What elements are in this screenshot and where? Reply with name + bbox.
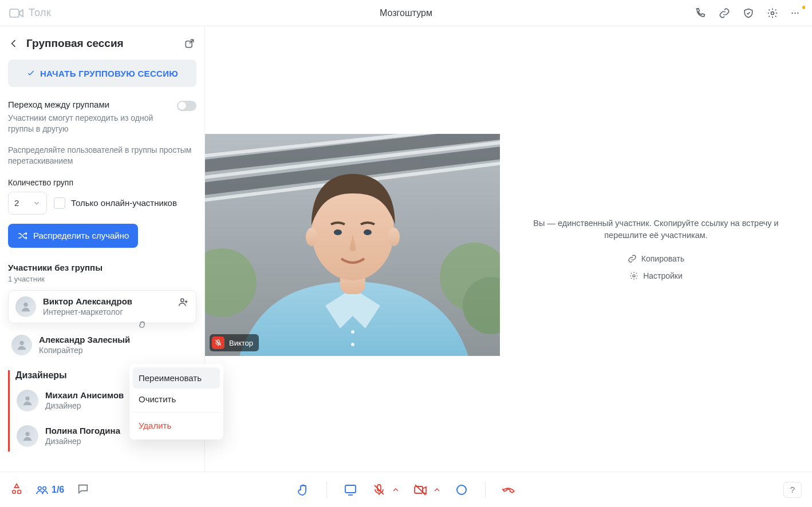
- notification-dot: [802, 6, 805, 9]
- popout-icon[interactable]: [183, 37, 196, 50]
- copy-link-label: Копировать: [641, 254, 684, 263]
- start-session-button[interactable]: НАЧАТЬ ГРУППОВУЮ СЕССИЮ: [8, 60, 196, 87]
- svg-point-30: [351, 343, 354, 346]
- camera-cluster: [412, 481, 442, 498]
- bottom-left: 1/6: [10, 482, 89, 497]
- mic-button[interactable]: [370, 481, 388, 498]
- only-online-label: Только онлайн-участников: [71, 198, 177, 208]
- participant-name-pill: Виктор: [210, 334, 259, 351]
- phone-icon[interactable]: [694, 7, 707, 19]
- back-icon[interactable]: [8, 38, 19, 49]
- distribute-random-label: Распределить случайно: [33, 231, 129, 240]
- shuffle-icon: [17, 231, 27, 241]
- only-online-checkbox[interactable]: [54, 197, 65, 209]
- hangup-button[interactable]: [500, 481, 518, 498]
- record-button[interactable]: [453, 481, 470, 498]
- grab-cursor-icon: [137, 319, 148, 330]
- settings-label: Настройки: [643, 271, 683, 280]
- topbar-actions: [694, 7, 803, 19]
- avatar: [17, 425, 38, 447]
- bottom-center: [294, 481, 518, 498]
- check-icon: [26, 69, 36, 78]
- group-transition-row: Переход между группами Участники смогут …: [8, 100, 196, 134]
- svg-point-13: [25, 431, 29, 435]
- group-count-select[interactable]: 2: [8, 192, 47, 215]
- video-tile: Виктор: [205, 134, 500, 356]
- sidebar-title: Групповая сессия: [26, 37, 176, 50]
- record-icon: [456, 485, 467, 495]
- user-card-dragging[interactable]: Виктор Александров Интернет-маркетолог: [8, 290, 196, 323]
- brand: Толк: [9, 7, 51, 19]
- brand-text: Толк: [29, 7, 51, 19]
- camera-options-icon[interactable]: [432, 485, 442, 494]
- menu-separator: [133, 412, 220, 413]
- copy-link-button[interactable]: Копировать: [628, 254, 684, 263]
- bottombar: 1/6: [0, 472, 812, 507]
- user-role: Интернет-маркетолог: [43, 307, 189, 316]
- svg-point-2: [791, 12, 793, 13]
- svg-point-7: [181, 299, 184, 302]
- svg-point-25: [306, 228, 317, 246]
- chevron-down-icon: [33, 199, 41, 207]
- group-count-value: 2: [14, 198, 19, 208]
- group-count-row: 2 Только онлайн-участников: [8, 192, 196, 215]
- svg-point-1: [771, 11, 774, 14]
- settings-button[interactable]: Настройки: [629, 271, 683, 280]
- help-label: ?: [790, 485, 795, 494]
- menu-clear[interactable]: Очистить: [133, 389, 220, 410]
- more-icon[interactable]: [790, 7, 803, 19]
- gear-icon: [629, 271, 638, 280]
- group-transition-toggle[interactable]: [177, 101, 196, 111]
- svg-rect-35: [18, 490, 21, 493]
- shapes-icon[interactable]: [10, 482, 23, 497]
- no-group-title: Участники без группы: [8, 263, 196, 272]
- sidebar-header: Групповая сессия: [8, 37, 196, 50]
- raise-hand-button[interactable]: [294, 481, 312, 498]
- separator: [485, 482, 486, 498]
- svg-point-4: [797, 12, 798, 13]
- participants-count: 1/6: [52, 485, 64, 495]
- user-role: Копирайтер: [39, 346, 193, 355]
- avatar: [11, 335, 32, 355]
- user-name: Александр Залесный: [39, 335, 193, 344]
- chat-icon[interactable]: [77, 482, 89, 497]
- gear-icon[interactable]: [766, 7, 779, 19]
- empty-state: Вы — единственный участник. Скопируйте с…: [500, 26, 812, 472]
- avatar: [15, 296, 36, 317]
- svg-point-26: [388, 228, 400, 246]
- mic-options-icon[interactable]: [391, 485, 400, 494]
- group-title: Дизайнеры: [15, 370, 67, 381]
- svg-point-3: [794, 12, 795, 13]
- topbar: Толк Мозгоштурм: [0, 0, 812, 26]
- help-button[interactable]: ?: [783, 482, 802, 498]
- menu-delete[interactable]: Удалить: [133, 415, 220, 436]
- svg-rect-0: [10, 9, 19, 17]
- add-to-group-icon[interactable]: [178, 296, 190, 309]
- svg-point-6: [23, 302, 27, 306]
- self-view-illustration: [205, 134, 500, 356]
- mic-muted-icon: [212, 336, 224, 349]
- participants-button[interactable]: 1/6: [36, 484, 64, 496]
- menu-rename[interactable]: Переименовать: [133, 367, 220, 389]
- mic-cluster: [370, 481, 400, 498]
- start-session-label: НАЧАТЬ ГРУППОВУЮ СЕССИЮ: [40, 69, 178, 78]
- stage: Виктор Вы — единственный участник. Скопи…: [205, 26, 812, 472]
- svg-point-34: [13, 490, 16, 493]
- link-icon[interactable]: [718, 7, 731, 19]
- main: Групповая сессия НАЧАТЬ ГРУППОВУЮ СЕССИЮ…: [0, 26, 812, 472]
- only-online-row[interactable]: Только онлайн-участников: [54, 197, 177, 209]
- distribute-random-button[interactable]: Распределить случайно: [8, 224, 138, 248]
- group-transition-desc: Участники смогут переходить из одной гру…: [8, 113, 170, 134]
- svg-point-33: [633, 275, 635, 277]
- group-context-menu: Переименовать Очистить Удалить: [129, 364, 223, 439]
- screenshare-button[interactable]: [342, 481, 359, 498]
- svg-point-37: [43, 486, 46, 490]
- shield-icon[interactable]: [742, 7, 755, 19]
- avatar: [17, 390, 38, 411]
- separator: [326, 482, 327, 498]
- user-row[interactable]: Александр Залесный Копирайтер: [8, 330, 196, 360]
- svg-point-29: [351, 330, 354, 334]
- no-group-subtitle: 1 участник: [8, 275, 196, 283]
- svg-point-27: [334, 229, 342, 235]
- camera-button[interactable]: [412, 481, 429, 498]
